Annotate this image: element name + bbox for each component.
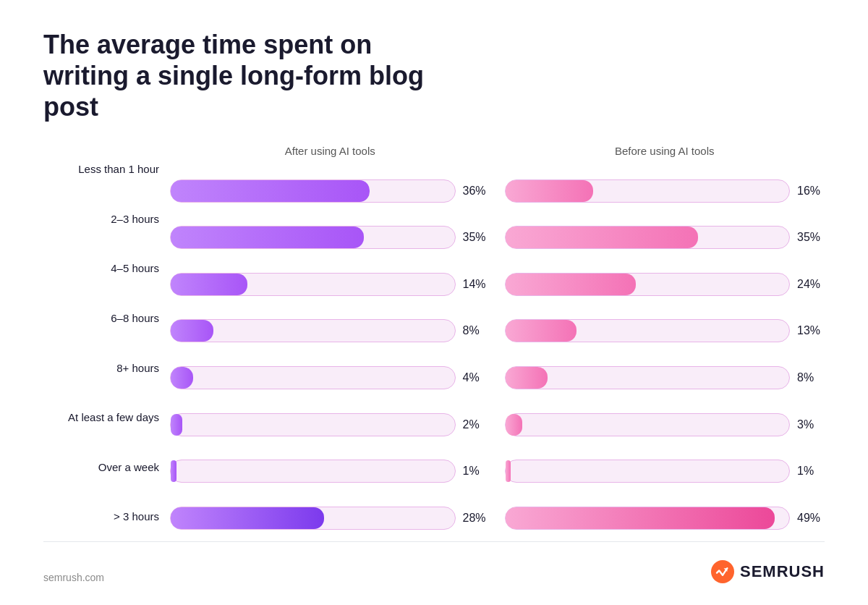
bar-pct-label: 28% [463,512,490,525]
footer-divider [43,541,825,542]
footer: semrush.com SEMRUSH [43,560,825,583]
bar-row: 49% [505,500,825,536]
after-ai-bars: 36%35%14%8%4%2%1%28% [170,168,490,541]
bar-fill [171,367,193,389]
bar-row: 1% [170,453,490,489]
bar-fill [506,180,594,202]
bar-track [505,507,791,530]
row-label-item: 8+ hours [43,350,170,386]
bar-track [505,413,791,436]
chart-area: Less than 1 hour2–3 hours4–5 hours6–8 ho… [43,145,825,541]
charts-container: After using AI tools 36%35%14%8%4%2%1%28… [170,145,825,541]
semrush-brand-text: SEMRUSH [740,562,825,581]
before-ai-section: Before using AI tools 16%35%24%13%8%3%1%… [505,145,825,541]
bar-pct-label: 35% [463,231,490,244]
bar-fill [506,414,523,436]
row-label-item: 6–8 hours [43,300,170,336]
bar-pct-label: 2% [463,418,490,431]
bar-fill [506,274,637,295]
row-label-item: 2–3 hours [43,200,170,237]
bar-pct-label: 8% [463,324,490,337]
bar-pct-label: 36% [463,185,490,198]
bar-fill [171,507,324,529]
semrush-icon [711,560,734,583]
bar-fill [506,320,576,342]
bar-row: 3% [505,407,825,443]
bar-fill [171,460,176,482]
semrush-logo: SEMRUSH [711,560,825,583]
bar-row: 2% [170,407,490,443]
row-label-item: Over a week [43,449,170,485]
bar-pct-label: 8% [797,371,825,384]
bar-track [170,366,456,389]
bar-track [170,179,456,203]
bar-row: 36% [170,173,490,209]
row-labels: Less than 1 hour2–3 hours4–5 hours6–8 ho… [43,145,170,541]
bar-track [170,507,456,530]
bar-row: 24% [505,266,825,302]
bar-row: 14% [170,266,490,302]
bar-fill [171,320,213,342]
bar-row: 35% [170,219,490,255]
before-ai-header: Before using AI tools [505,145,825,159]
bar-pct-label: 4% [463,371,490,384]
after-ai-header: After using AI tools [170,145,490,159]
bar-row: 28% [170,500,490,536]
bar-pct-label: 1% [797,465,825,478]
bar-pct-label: 3% [797,418,825,431]
bar-track [505,460,791,483]
bar-row: 4% [170,360,490,396]
bar-row: 16% [505,173,825,209]
bar-track [505,319,791,342]
bar-track [170,226,456,249]
bar-pct-label: 1% [463,465,490,478]
bar-track [170,273,456,296]
svg-point-0 [711,560,734,583]
bar-track [505,179,791,203]
bar-row: 35% [505,219,825,255]
bar-fill [506,367,548,389]
chart-title: The average time spent on writing a sing… [43,29,463,123]
bar-pct-label: 14% [463,278,490,291]
semrush-url: semrush.com [43,572,104,583]
bar-pct-label: 24% [797,278,825,291]
bar-row: 8% [505,360,825,396]
bar-fill [506,507,775,529]
row-label-item: > 3 hours [43,499,170,535]
bar-fill [506,460,511,482]
bar-track [170,413,456,436]
bar-fill [171,414,182,436]
bar-track [505,226,791,249]
bar-fill [171,274,247,295]
row-label-item: At least a few days [43,399,170,436]
bar-track [170,460,456,483]
row-label-item: Less than 1 hour [43,151,170,187]
bar-row: 8% [170,313,490,349]
bar-fill [171,227,364,248]
bar-fill [171,180,370,202]
before-ai-bars: 16%35%24%13%8%3%1%49% [505,168,825,541]
bar-row: 1% [505,453,825,489]
bar-track [170,319,456,342]
bar-track [505,366,791,389]
bar-pct-label: 49% [797,512,825,525]
bar-fill [506,227,699,248]
bar-track [505,273,791,296]
after-ai-section: After using AI tools 36%35%14%8%4%2%1%28… [170,145,490,541]
bar-pct-label: 13% [797,324,825,337]
bar-pct-label: 16% [797,185,825,198]
bar-row: 13% [505,313,825,349]
row-label-item: 4–5 hours [43,250,170,287]
bar-pct-label: 35% [797,231,825,244]
